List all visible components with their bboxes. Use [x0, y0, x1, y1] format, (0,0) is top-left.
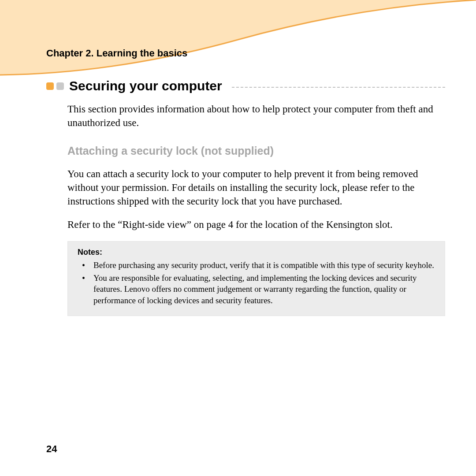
body-paragraph: You can attach a security lock to your c… [67, 167, 445, 208]
section-title: Securing your computer [69, 78, 222, 93]
section-title-row: Securing your computer [46, 78, 445, 93]
notes-label: Notes: [78, 248, 435, 257]
document-page: Chapter 2. Learning the basics Securing … [0, 0, 476, 476]
notes-list: Before purchasing any security product, … [78, 260, 435, 305]
page-number: 24 [46, 443, 57, 455]
square-bullet-icon [46, 82, 54, 90]
notes-item: Before purchasing any security product, … [78, 260, 435, 271]
square-bullet-icon [56, 82, 64, 90]
notes-box: Notes: Before purchasing any security pr… [67, 241, 445, 316]
header-band [0, 0, 476, 75]
body-paragraph: Refer to the “Right-side view” on page 4… [67, 218, 445, 231]
subheading: Attaching a security lock (not supplied) [67, 145, 445, 157]
chapter-label: Chapter 2. Learning the basics [46, 48, 187, 59]
intro-paragraph: This section provides information about … [67, 102, 445, 130]
content-area: Securing your computer This section prov… [46, 78, 445, 316]
notes-item: You are responsible for evaluating, sele… [78, 272, 435, 305]
dashed-divider-icon [232, 87, 445, 88]
